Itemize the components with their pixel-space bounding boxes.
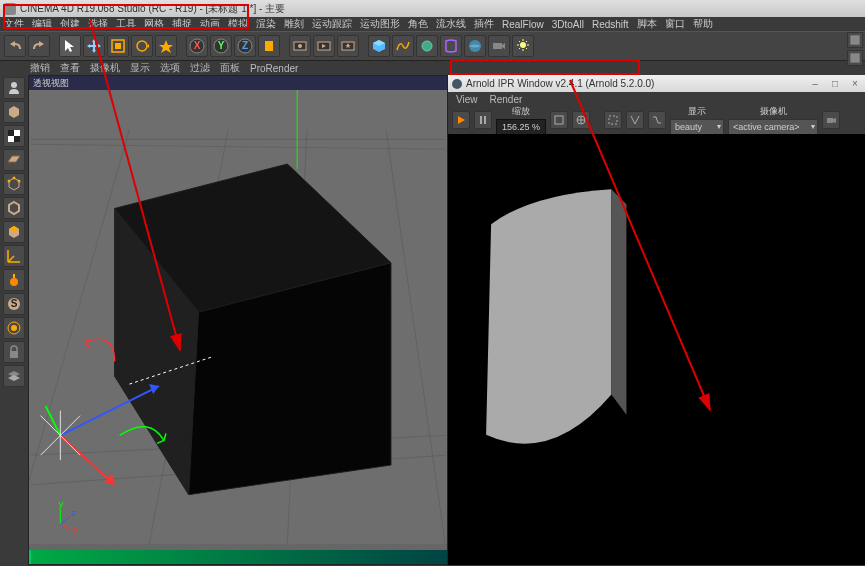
move-tool[interactable] xyxy=(83,35,105,57)
object-mode-button[interactable] xyxy=(3,101,25,123)
generator-button[interactable] xyxy=(416,35,438,57)
viewport-solo-button[interactable] xyxy=(3,269,25,291)
ipr-title: Arnold IPR Window v2.4.1 (Arnold 5.2.0.0… xyxy=(466,78,654,89)
coord-sys-button[interactable] xyxy=(258,35,280,57)
menu-script[interactable]: 脚本 xyxy=(637,17,657,31)
menu-plugin[interactable]: 插件 xyxy=(474,17,494,31)
tab-view[interactable]: 查看 xyxy=(60,61,80,75)
ipr-panel: Arnold IPR Window v2.4.1 (Arnold 5.2.0.0… xyxy=(448,75,865,565)
x-axis-button[interactable]: X xyxy=(186,35,208,57)
main-area: S 透视视图 xyxy=(0,75,865,565)
zoom-1to1-button[interactable] xyxy=(572,111,590,129)
snap-toggle-button[interactable]: S xyxy=(3,293,25,315)
axis-button[interactable] xyxy=(3,245,25,267)
menu-window[interactable]: 窗口 xyxy=(665,17,685,31)
y-axis-button[interactable]: Y xyxy=(210,35,232,57)
menu-sculpt[interactable]: 雕刻 xyxy=(284,17,304,31)
display-select[interactable]: beauty xyxy=(670,119,724,135)
redo-button[interactable] xyxy=(28,35,50,57)
lock-button[interactable] xyxy=(3,341,25,363)
menu-redshift[interactable]: Redshift xyxy=(592,19,629,30)
svg-text:Y: Y xyxy=(218,40,225,51)
tab-prorender[interactable]: ProRender xyxy=(250,63,298,74)
edges-mode-button[interactable] xyxy=(3,197,25,219)
minimize-button[interactable]: – xyxy=(809,78,821,89)
menu-3dtoall[interactable]: 3DtoAll xyxy=(552,19,584,30)
tab-panel[interactable]: 面板 xyxy=(220,61,240,75)
cube-primitive-button[interactable] xyxy=(368,35,390,57)
menu-file[interactable]: 文件 xyxy=(4,17,24,31)
select-tool[interactable] xyxy=(59,35,81,57)
menu-char[interactable]: 角色 xyxy=(408,17,428,31)
layer-button[interactable] xyxy=(3,365,25,387)
polys-mode-button[interactable] xyxy=(3,221,25,243)
rotate-tool[interactable] xyxy=(131,35,153,57)
z-axis-button[interactable]: Z xyxy=(234,35,256,57)
menu-pipe[interactable]: 流水线 xyxy=(436,17,466,31)
deformer-button[interactable] xyxy=(440,35,462,57)
menu-anim[interactable]: 动画 xyxy=(200,17,220,31)
viewport-title: 透视视图 xyxy=(29,76,447,90)
spline-button[interactable] xyxy=(392,35,414,57)
pause-button[interactable] xyxy=(474,111,492,129)
menu-track[interactable]: 运动跟踪 xyxy=(312,17,352,31)
menu-sim[interactable]: 模拟 xyxy=(228,17,248,31)
svg-text:z: z xyxy=(71,507,76,518)
zoom-fit-button[interactable] xyxy=(550,111,568,129)
menu-mesh[interactable]: 网格 xyxy=(144,17,164,31)
ipr-render-view[interactable] xyxy=(448,134,865,565)
tab-undo[interactable]: 撤销 xyxy=(30,61,50,75)
undo-button[interactable] xyxy=(4,35,26,57)
tab-camera[interactable]: 摄像机 xyxy=(90,61,120,75)
svg-point-26 xyxy=(8,180,11,183)
environment-button[interactable] xyxy=(464,35,486,57)
light-button[interactable] xyxy=(512,35,534,57)
menu-create[interactable]: 创建 xyxy=(60,17,80,31)
scale-field[interactable]: 156.25 % xyxy=(496,119,546,135)
rendered-cube-face xyxy=(486,189,611,444)
svg-rect-18 xyxy=(850,35,859,44)
menu-select[interactable]: 选择 xyxy=(88,17,108,31)
render-settings-button[interactable] xyxy=(337,35,359,57)
maximize-button[interactable]: □ xyxy=(829,78,841,89)
right-tool-2[interactable] xyxy=(847,50,863,66)
ipr-title-bar: Arnold IPR Window v2.4.1 (Arnold 5.2.0.0… xyxy=(448,75,865,92)
points-mode-button[interactable] xyxy=(3,173,25,195)
svg-point-25 xyxy=(18,180,21,183)
viewport-perspective[interactable]: 透视视图 xyxy=(28,75,448,565)
tab-display[interactable]: 显示 xyxy=(130,61,150,75)
svg-rect-9 xyxy=(265,41,273,51)
play-button[interactable] xyxy=(452,111,470,129)
soft-select-button[interactable] xyxy=(3,317,25,339)
menu-render[interactable]: 渲染 xyxy=(256,17,276,31)
app-icon xyxy=(4,3,16,15)
menu-snap[interactable]: 捕捉 xyxy=(172,17,192,31)
menu-help[interactable]: 帮助 xyxy=(693,17,713,31)
right-tool-1[interactable] xyxy=(847,32,863,48)
menu-edit[interactable]: 编辑 xyxy=(32,17,52,31)
texture-mode-button[interactable] xyxy=(3,125,25,147)
camera-select[interactable]: <active camera> xyxy=(728,119,818,135)
viewport-canvas[interactable]: y x z xyxy=(29,90,447,544)
camera-button[interactable] xyxy=(488,35,510,57)
camera-icon-button[interactable] xyxy=(822,111,840,129)
tab-options[interactable]: 选项 xyxy=(160,61,180,75)
close-button[interactable]: × xyxy=(849,78,861,89)
lastused-tool[interactable] xyxy=(155,35,177,57)
snapshot-button[interactable] xyxy=(648,111,666,129)
timeline[interactable] xyxy=(29,550,447,564)
menu-tools[interactable]: 工具 xyxy=(116,17,136,31)
tab-filter[interactable]: 过滤 xyxy=(190,61,210,75)
render-pv-button[interactable] xyxy=(313,35,335,57)
crop-button[interactable] xyxy=(626,111,644,129)
model-mode-button[interactable] xyxy=(3,77,25,99)
region-button[interactable] xyxy=(604,111,622,129)
menu-mograph[interactable]: 运动图形 xyxy=(360,17,400,31)
ipr-menu-view[interactable]: View xyxy=(456,94,478,105)
svg-point-11 xyxy=(298,44,302,48)
ipr-menu-render[interactable]: Render xyxy=(490,94,523,105)
render-view-button[interactable] xyxy=(289,35,311,57)
menu-realflow[interactable]: RealFlow xyxy=(502,19,544,30)
workplane-button[interactable] xyxy=(3,149,25,171)
scale-tool[interactable] xyxy=(107,35,129,57)
